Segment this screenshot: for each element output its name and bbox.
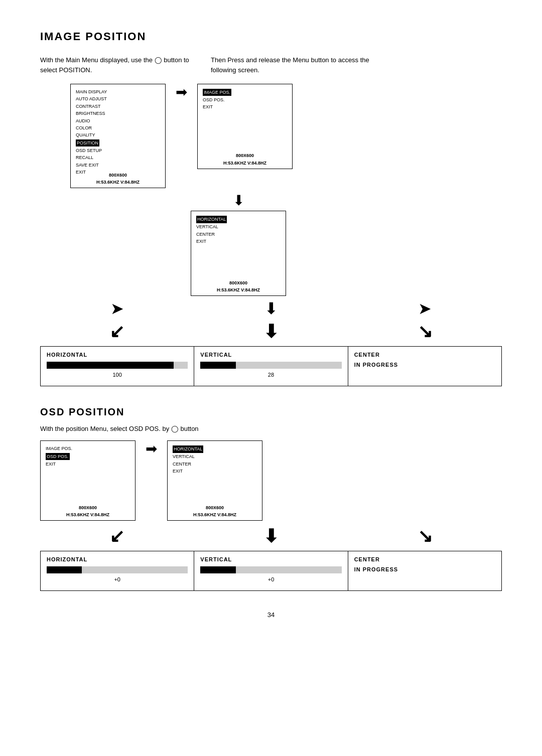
osd-position-section: With the position Menu, select OSD POS. …	[40, 425, 502, 591]
osd-description: With the position Menu, select OSD POS. …	[40, 425, 502, 432]
progress-box-horizontal-image: HORIZONTAL 100	[40, 346, 194, 386]
osd-menu-osd-pos: OSD POS.	[46, 453, 70, 460]
progress-box-horizontal-osd: HORIZONTAL +0	[40, 551, 194, 591]
menu-item-position: POSITION	[76, 139, 99, 146]
arrow-southwest: ↙	[109, 321, 124, 342]
osd-arrow-south: ⬇	[263, 526, 279, 547]
menu-item-audio: AUDIO	[76, 117, 160, 124]
resolution-2: 800X600 H:53.6KHZ V:84.8HZ	[223, 152, 266, 167]
osd-vertical-bar-fill	[200, 566, 235, 573]
osd-horizontal-value: +0	[47, 576, 188, 582]
progress-box-center-osd: CENTER IN PROGRESS	[348, 551, 502, 591]
resolution-3: 800X600 H:53.6KHZ V:84.8HZ	[217, 279, 260, 294]
osd-arrow-southeast: ↘	[418, 526, 433, 547]
page-number: 34	[40, 611, 502, 619]
arrow-right-1: ➡	[166, 84, 197, 100]
menu-item-vertical: VERTICAL	[196, 223, 281, 230]
osd-horizontal-bar-fill	[47, 566, 82, 573]
progress-box-vertical-osd: VERTICAL +0	[194, 551, 348, 591]
menu-item-recall: RECALL	[76, 154, 160, 161]
menu-item-main-display: MAIN DISPLAY	[76, 88, 160, 95]
desc-right: Then Press and release the Menu button t…	[211, 55, 381, 75]
center-sub-image: IN PROGRESS	[354, 362, 495, 368]
osd-vertical-bar-container	[200, 566, 341, 573]
center-label-image: CENTER	[354, 352, 495, 358]
desc-left: With the Main Menu displayed, use the ◯ …	[40, 55, 191, 75]
progress-box-vertical-image: VERTICAL 28	[194, 346, 348, 386]
osd-vertical-label: VERTICAL	[200, 556, 341, 562]
screen-osd-menu-2: HORIZONTAL VERTICAL CENTER EXIT 800X600 …	[167, 440, 262, 521]
arrow-diag-left: ➤	[110, 299, 124, 318]
osd-menu-vertical: VERTICAL	[173, 453, 257, 460]
progress-row-image: HORIZONTAL 100 VERTICAL 28 CENTER IN PRO…	[40, 346, 502, 386]
page-title-2: OSD POSITION	[40, 406, 502, 418]
osd-horizontal-bar-container	[47, 566, 188, 573]
menu-item-auto-adjust: AUTO ADJUST	[76, 95, 160, 102]
osd-horizontal-label: HORIZONTAL	[47, 556, 188, 562]
center-sub-osd: IN PROGRESS	[354, 566, 495, 572]
menu-item-exit-2: EXIT	[203, 103, 287, 110]
vertical-label: VERTICAL	[200, 352, 341, 358]
menu-item-center: CENTER	[196, 231, 281, 238]
osd-menu-exit2: EXIT	[173, 468, 257, 475]
osd-vertical-value: +0	[200, 576, 341, 582]
screen-image-pos-menu: IMAGE POS. OSD POS. EXIT 800X600 H:53.6K…	[197, 84, 293, 169]
image-position-section: With the Main Menu displayed, use the ◯ …	[40, 55, 502, 386]
vertical-bar-fill	[200, 362, 235, 369]
osd-menu-horizontal: HORIZONTAL	[173, 445, 203, 452]
arrow-right-osd: ➡	[136, 440, 167, 457]
arrow-diag-right: ➤	[418, 299, 432, 318]
menu-item-brightness: BRIGHTNESS	[76, 110, 160, 117]
menu-item-quality: QUALITY	[76, 131, 160, 138]
osd-menu-exit: EXIT	[46, 461, 130, 468]
arrow-southeast: ↘	[418, 321, 433, 342]
horizontal-label: HORIZONTAL	[47, 352, 188, 358]
progress-box-center-image: CENTER IN PROGRESS	[348, 346, 502, 386]
osd-menu-center: CENTER	[173, 461, 257, 468]
osd-resolution-2: 800X600 H:53.6KHZ V:84.8HZ	[193, 504, 236, 519]
page-title-1: IMAGE POSITION	[40, 30, 502, 43]
screen-main-menu: MAIN DISPLAY AUTO ADJUST CONTRAST BRIGHT…	[70, 84, 166, 188]
horizontal-value: 100	[47, 372, 188, 378]
horizontal-bar-container	[47, 362, 188, 369]
menu-item-osd-pos: OSD POS.	[203, 96, 287, 103]
menu-item-osd-setup: OSD SETUP	[76, 147, 160, 154]
arrow-south: ⬇	[263, 321, 279, 342]
arrow-down-2: ⬇	[264, 299, 278, 318]
description-row: With the Main Menu displayed, use the ◯ …	[40, 55, 502, 75]
vertical-value: 28	[200, 372, 341, 378]
arrow-down-1: ⬇	[233, 192, 244, 209]
osd-menu-image-pos: IMAGE POS.	[46, 445, 130, 452]
menu-item-save-exit: SAVE EXIT	[76, 162, 160, 169]
resolution-1: 800X600 H:53.6KHZ V:84.8HZ	[96, 172, 140, 186]
menu-item-image-pos: IMAGE POS.	[203, 89, 231, 96]
menu-item-color: COLOR	[76, 124, 160, 131]
screen-horizontal-menu: HORIZONTAL VERTICAL CENTER EXIT 800X600 …	[191, 211, 286, 296]
menu-item-horizontal: HORIZONTAL	[196, 216, 227, 223]
vertical-bar-container	[200, 362, 341, 369]
osd-resolution-1: 800X600 H:53.6KHZ V:84.8HZ	[66, 504, 109, 519]
menu-item-exit-3: EXIT	[196, 238, 281, 245]
osd-arrow-southwest: ↙	[109, 526, 124, 547]
horizontal-bar-fill	[47, 362, 174, 369]
screen-osd-menu-1: IMAGE POS. OSD POS. EXIT 800X600 H:53.6K…	[40, 440, 136, 521]
progress-row-osd: HORIZONTAL +0 VERTICAL +0 CENTER IN PROG…	[40, 551, 502, 591]
menu-item-contrast: CONTRAST	[76, 103, 160, 110]
center-label-osd: CENTER	[354, 556, 495, 562]
